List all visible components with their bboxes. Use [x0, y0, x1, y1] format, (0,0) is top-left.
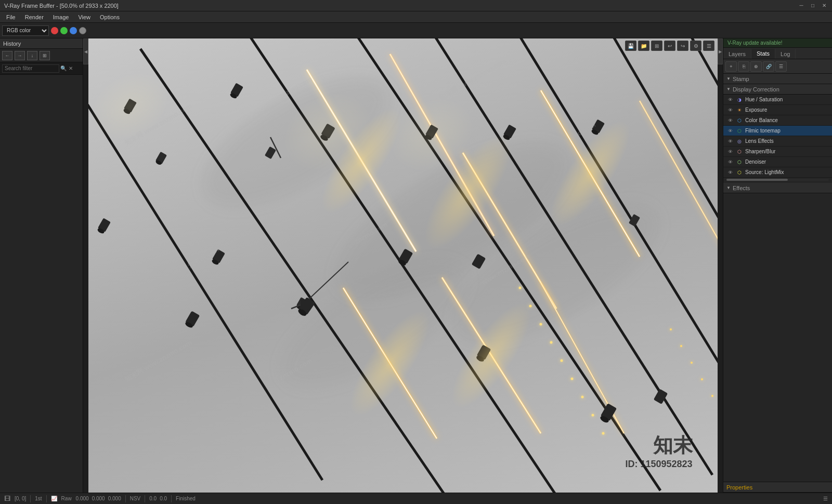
scroll-indicator: [726, 179, 829, 181]
layer-hue-saturation[interactable]: 👁 ◑ Hue / Saturation: [723, 95, 832, 105]
green-channel-toggle[interactable]: [60, 27, 68, 34]
color-mode-select[interactable]: RGB color Alpha Luminance: [2, 25, 49, 36]
rgb-g: 0.000: [92, 496, 105, 501]
history-back-button[interactable]: ←: [2, 51, 12, 60]
save-all-button[interactable]: 📁: [638, 41, 649, 51]
stamp-section-header[interactable]: ▼ Stamp: [723, 74, 832, 84]
eye-icon[interactable]: 👁: [726, 127, 734, 135]
eye-icon[interactable]: 👁: [726, 158, 734, 166]
layer-exposure[interactable]: 👁 ☀ Exposure: [723, 105, 832, 115]
layer-filmic-tonemap[interactable]: 👁 ⬡ Filmic tonemap: [723, 126, 832, 136]
layers-button[interactable]: ⊞: [651, 41, 662, 51]
eye-icon[interactable]: 👁: [726, 169, 734, 176]
search-icon[interactable]: 🔍: [60, 65, 67, 71]
history-save-button[interactable]: ↓: [27, 51, 37, 60]
menu-render[interactable]: Render: [21, 13, 48, 21]
red-channel-toggle[interactable]: [51, 27, 58, 34]
layers-copy-button[interactable]: ⎘: [738, 61, 749, 72]
svg-point-40: [701, 378, 703, 380]
properties-header[interactable]: Properties: [723, 482, 832, 493]
status-sep-5: [171, 495, 172, 502]
status-colorspace: NSV: [130, 496, 141, 501]
status-text: Finished: [176, 496, 196, 501]
eye-icon[interactable]: 👁: [726, 148, 734, 155]
eye-icon[interactable]: 👁: [726, 138, 734, 145]
properties-section: Properties: [723, 482, 832, 493]
minimize-button[interactable]: ─: [798, 2, 805, 9]
scene-svg: [88, 38, 718, 493]
layer-denoiser[interactable]: 👁 ⬡ Denoiser: [723, 157, 832, 167]
status-frame-icon: 🎞: [4, 495, 10, 502]
svg-point-39: [691, 362, 693, 364]
menu-file[interactable]: File: [2, 13, 20, 21]
rgb-b: 0.000: [108, 496, 121, 501]
colorspace-value: NSV: [130, 496, 141, 501]
rgb-r: 0.000: [76, 496, 89, 501]
eye-icon[interactable]: 👁: [726, 117, 734, 124]
display-correction-header[interactable]: ▼ Display Correction: [723, 84, 832, 95]
render-canvas[interactable]: 知末网 www.znzmo.com znzmo.com 知末网 www.znzm…: [88, 38, 718, 493]
history-panel: History ← → ↓ ⊞ 🔍 ✕: [0, 38, 83, 493]
mode-value: Raw: [61, 496, 72, 501]
svg-point-81: [88, 58, 181, 154]
layer-color-balance[interactable]: 👁 ⬡ Color Balance: [723, 115, 832, 126]
denoiser-label: Denoiser: [745, 159, 829, 165]
layers-add-button[interactable]: +: [725, 61, 737, 72]
redo-button[interactable]: ↪: [677, 41, 688, 51]
denoiser-icon: ⬡: [736, 158, 743, 166]
layers-settings-button[interactable]: ☰: [775, 61, 787, 72]
layers-merge-button[interactable]: ⊕: [750, 61, 762, 72]
save-image-button[interactable]: 💾: [625, 41, 636, 51]
sharpen-blur-icon: ⬡: [736, 148, 743, 155]
left-panel-collapse[interactable]: ◀: [83, 38, 88, 64]
eye-icon[interactable]: 👁: [726, 107, 734, 114]
status-rgb-values: 0.000 0.000 0.000: [76, 496, 121, 501]
close-button[interactable]: ✕: [821, 2, 828, 9]
effects-section-header[interactable]: ▼ Effects: [723, 183, 832, 193]
tab-layers[interactable]: Layers: [723, 49, 751, 59]
svg-point-30: [540, 323, 542, 326]
right-panel-tabs: Layers Stats Log: [723, 48, 832, 59]
hue-saturation-icon: ◑: [736, 96, 743, 103]
settings-button[interactable]: ⚙: [690, 41, 701, 51]
search-input[interactable]: [2, 64, 59, 73]
tab-log[interactable]: Log: [775, 49, 796, 59]
layers-section: ▼ Stamp ▼ Display Correction 👁 ◑ Hue / S…: [723, 74, 832, 482]
vray-update-notice: V-Ray update available!: [723, 38, 832, 48]
main-layout: History ← → ↓ ⊞ 🔍 ✕ ◀ 💾 📁 ⊞ ↩ ↪ ⚙ ☰: [0, 38, 832, 493]
filmic-tonemap-label: Filmic tonemap: [745, 128, 829, 134]
layer-lens-effects[interactable]: 👁 ◎ Lens Effects: [723, 136, 832, 147]
right-panel: V-Ray update available! Layers Stats Log…: [723, 38, 832, 493]
stamp-label: Stamp: [733, 76, 749, 82]
properties-label: Properties: [726, 484, 752, 490]
search-close-icon[interactable]: ✕: [69, 65, 73, 71]
search-filter-area: 🔍 ✕: [0, 62, 83, 75]
extra-1: 0.0: [149, 496, 157, 501]
svg-point-31: [550, 341, 553, 344]
history-forward-button[interactable]: →: [15, 51, 25, 60]
undo-button[interactable]: ↩: [664, 41, 675, 51]
layers-link-button[interactable]: 🔗: [763, 61, 774, 72]
window-title: V-Ray Frame Buffer - [50.0% of 2933 x 22…: [4, 3, 119, 9]
color-balance-label: Color Balance: [745, 117, 829, 123]
menu-options[interactable]: Options: [96, 13, 124, 21]
history-grid-button[interactable]: ⊞: [40, 51, 50, 60]
status-menu-icon[interactable]: ☰: [823, 496, 828, 501]
status-chart-icon: 📈: [51, 496, 57, 501]
maximize-button[interactable]: □: [809, 2, 816, 9]
more-button[interactable]: ☰: [703, 41, 714, 51]
history-header: History: [0, 38, 83, 49]
layer-source-lightmix[interactable]: 👁 ⬡ Source: LightMix: [723, 167, 832, 178]
menu-view[interactable]: View: [74, 13, 95, 21]
menu-image[interactable]: Image: [49, 13, 73, 21]
canvas-area: 💾 📁 ⊞ ↩ ↪ ⚙ ☰: [88, 38, 718, 493]
svg-rect-75: [301, 299, 308, 310]
canvas-toolbar: 💾 📁 ⊞ ↩ ↪ ⚙ ☰: [622, 38, 718, 53]
right-panel-collapse[interactable]: ▶: [718, 38, 723, 64]
eye-icon[interactable]: 👁: [726, 96, 734, 103]
tab-stats[interactable]: Stats: [751, 49, 775, 59]
svg-point-28: [519, 287, 522, 289]
alpha-channel-toggle[interactable]: [79, 27, 86, 34]
layer-sharpen-blur[interactable]: 👁 ⬡ Sharpen/Blur: [723, 147, 832, 157]
blue-channel-toggle[interactable]: [70, 27, 77, 34]
